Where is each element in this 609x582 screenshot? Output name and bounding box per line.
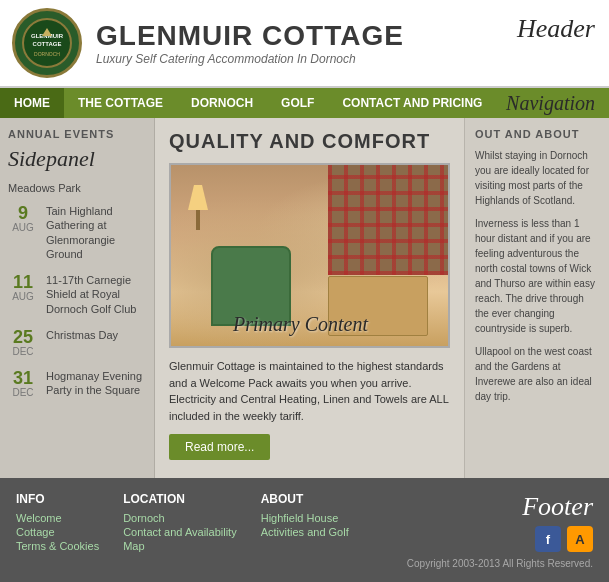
header-label: Header — [517, 14, 595, 44]
nav-item-dornoch[interactable]: DORNOCH — [177, 88, 267, 118]
amazon-icon[interactable]: A — [567, 526, 593, 552]
event-text-3: Christmas Day — [46, 328, 118, 342]
main-content: ANNUAL EVENTS Sidepanel Meadows Park 9 A… — [0, 118, 609, 478]
sidebar: ANNUAL EVENTS Sidepanel Meadows Park 9 A… — [0, 118, 155, 478]
footer-link-terms[interactable]: Terms & Cookies — [16, 540, 99, 552]
primary-content-label: Primary Content — [233, 313, 368, 336]
nav-label: Navigation — [506, 92, 609, 115]
content-title: QUALITY AND COMFORT — [169, 130, 450, 153]
event-month-4: Dec — [8, 387, 38, 398]
footer-link-welcome[interactable]: Welcome — [16, 512, 99, 524]
nav-item-contact[interactable]: CONTACT AND PRICING — [328, 88, 496, 118]
event-item-2: 11 Aug 11-17th Carnegie Shield at Royal … — [8, 273, 146, 316]
event-day-4: 31 — [8, 369, 38, 387]
event-item-1: 9 Aug Tain Highland Gathering at Glenmor… — [8, 204, 146, 261]
event-text-4: Hogmanay Evening Party in the Square — [46, 369, 146, 398]
outabout-para-1: Whilst staying in Dornoch you are ideall… — [475, 148, 599, 208]
sidebar-intro: Meadows Park — [8, 182, 146, 194]
read-more-button[interactable]: Read more... — [169, 434, 270, 460]
footer-link-contact-avail[interactable]: Contact and Availability — [123, 526, 237, 538]
content-description: Glenmuir Cottage is maintained to the hi… — [169, 358, 450, 424]
footer-label: Footer — [522, 492, 593, 522]
event-day-3: 25 — [8, 328, 38, 346]
footer-col-location: LOCATION Dornoch Contact and Availabilit… — [123, 492, 237, 554]
site-footer: INFO Welcome Cottage Terms & Cookies LOC… — [0, 478, 609, 582]
footer-link-highfield[interactable]: Highfield House — [261, 512, 349, 524]
event-date-4: 31 Dec — [8, 369, 38, 398]
svg-text:DORNOCH: DORNOCH — [34, 51, 60, 57]
svg-text:COTTAGE: COTTAGE — [33, 41, 62, 47]
footer-link-dornoch[interactable]: Dornoch — [123, 512, 237, 524]
event-date-2: 11 Aug — [8, 273, 38, 302]
event-date-1: 9 Aug — [8, 204, 38, 233]
event-date-3: 25 Dec — [8, 328, 38, 357]
footer-link-activities[interactable]: Activities and Golf — [261, 526, 349, 538]
event-item-4: 31 Dec Hogmanay Evening Party in the Squ… — [8, 369, 146, 398]
site-logo: GLENMUIR COTTAGE DORNOCH — [12, 8, 82, 78]
out-and-about-panel: OUT AND ABOUT Whilst staying in Dornoch … — [464, 118, 609, 478]
outabout-para-2: Inverness is less than 1 hour distant an… — [475, 216, 599, 336]
sidebar-section-title: ANNUAL EVENTS — [8, 128, 146, 140]
footer-location-title: LOCATION — [123, 492, 237, 506]
footer-link-map[interactable]: Map — [123, 540, 237, 552]
main-nav: HOME THE COTTAGE DORNOCH GOLF CONTACT AN… — [0, 88, 609, 118]
nav-item-golf[interactable]: GOLF — [267, 88, 328, 118]
content-image: Primary Content — [169, 163, 450, 348]
footer-about-title: ABOUT — [261, 492, 349, 506]
footer-right-section: Footer f A Copyright 2003-2013 All Right… — [407, 492, 593, 569]
copyright-text: Copyright 2003-2013 All Rights Reserved. — [407, 558, 593, 569]
event-day-2: 11 — [8, 273, 38, 291]
plaid-pattern — [328, 165, 448, 275]
footer-link-cottage[interactable]: Cottage — [16, 526, 99, 538]
event-text-2: 11-17th Carnegie Shield at Royal Dornoch… — [46, 273, 146, 316]
footer-col-info: INFO Welcome Cottage Terms & Cookies — [16, 492, 99, 554]
event-item-3: 25 Dec Christmas Day — [8, 328, 146, 357]
nav-item-cottage[interactable]: THE COTTAGE — [64, 88, 177, 118]
event-text-1: Tain Highland Gathering at Glenmorangie … — [46, 204, 146, 261]
facebook-icon[interactable]: f — [535, 526, 561, 552]
event-month-1: Aug — [8, 222, 38, 233]
nav-item-home[interactable]: HOME — [0, 88, 64, 118]
social-icons-group: f A — [535, 526, 593, 552]
footer-info-title: INFO — [16, 492, 99, 506]
site-subtitle: Luxury Self Catering Accommodation In Do… — [96, 52, 597, 66]
site-header: GLENMUIR COTTAGE DORNOCH GLENMUIR COTTAG… — [0, 0, 609, 88]
event-day-1: 9 — [8, 204, 38, 222]
event-month-2: Aug — [8, 291, 38, 302]
primary-content: QUALITY AND COMFORT Primary Content Glen… — [155, 118, 464, 478]
outabout-title: OUT AND ABOUT — [475, 128, 599, 140]
outabout-para-3: Ullapool on the west coast and the Garde… — [475, 344, 599, 404]
sidebar-label: Sidepanel — [8, 146, 146, 172]
lamp-decoration — [183, 185, 213, 235]
event-month-3: Dec — [8, 346, 38, 357]
footer-col-about: ABOUT Highfield House Activities and Gol… — [261, 492, 349, 540]
